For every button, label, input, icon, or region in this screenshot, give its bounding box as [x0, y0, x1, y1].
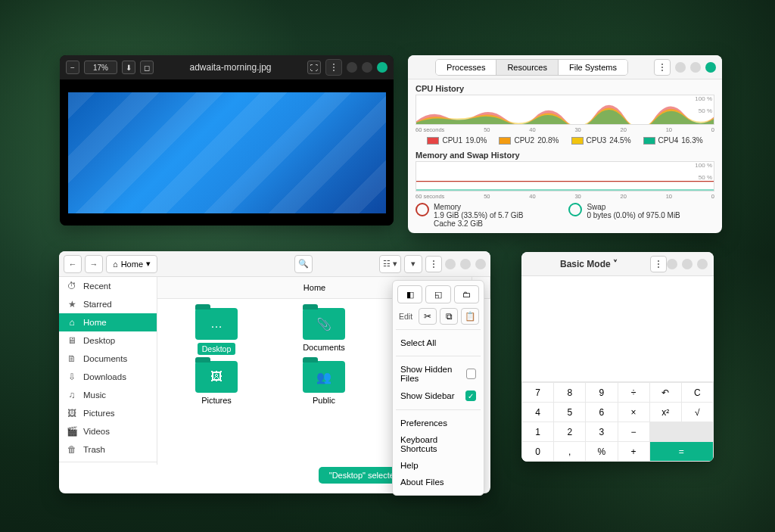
folder-item-pictures[interactable]: 🖼Pictures — [170, 361, 263, 405]
about-files-item[interactable]: About Files — [397, 474, 479, 490]
folder-item-desktop[interactable]: …Desktop — [170, 308, 263, 355]
key-C[interactable]: C — [682, 383, 713, 402]
key-↶[interactable]: ↶ — [650, 383, 681, 402]
help-item[interactable]: Help — [397, 457, 479, 474]
zoom-out-button[interactable]: − — [66, 61, 79, 74]
show-hidden-files-item[interactable]: Show Hidden Files — [397, 361, 479, 387]
key-9[interactable]: 9 — [586, 383, 617, 402]
folder-item-public[interactable]: 👥Public — [277, 361, 371, 405]
maximize-button[interactable] — [460, 259, 471, 269]
new-window-button[interactable]: ◱ — [425, 285, 450, 303]
sidebar-item-pictures[interactable]: 🖼Pictures — [59, 404, 157, 422]
forward-button[interactable]: → — [85, 255, 103, 273]
files-sidebar: ⏱Recent★Starred⌂Home🖥Desktop🗎Documents⇩D… — [59, 277, 157, 465]
sidebar-item-label: Pictures — [83, 409, 115, 418]
search-button[interactable]: 🔍 — [294, 255, 313, 273]
sidebar-item-desktop[interactable]: 🖥Desktop — [59, 331, 157, 350]
image-view-area[interactable] — [60, 79, 394, 226]
key-6[interactable]: 6 — [586, 403, 617, 422]
maximize-button[interactable] — [690, 62, 701, 73]
key-x²[interactable]: x² — [650, 403, 681, 422]
memory-label: Memory — [434, 203, 523, 211]
sidebar-item-music[interactable]: ♫Music — [59, 386, 157, 404]
preferences-item[interactable]: Preferences — [397, 415, 479, 431]
hamburger-menu-button[interactable] — [650, 256, 667, 272]
memory-history-title: Memory and Swap History — [416, 151, 714, 160]
key-√[interactable]: √ — [682, 403, 713, 422]
close-button[interactable] — [377, 62, 388, 73]
folder-icon: 👥 — [303, 361, 345, 393]
key-1[interactable]: 1 — [522, 422, 553, 441]
new-folder-button[interactable]: 🗀 — [454, 285, 479, 303]
key-4[interactable]: 4 — [522, 403, 553, 422]
hamburger-menu-button[interactable] — [654, 59, 671, 76]
tab-file-systems[interactable]: File Systems — [559, 60, 627, 75]
sidebar-item-label: Music — [83, 390, 106, 400]
zoom-in-button[interactable]: ⬇ — [122, 61, 135, 74]
copy-button[interactable]: ⧉ — [440, 308, 458, 325]
key-%[interactable]: % — [586, 442, 617, 461]
key-÷[interactable]: ÷ — [618, 383, 649, 402]
sidebar-item-videos[interactable]: 🎬Videos — [59, 422, 157, 440]
key-3[interactable]: 3 — [586, 422, 617, 441]
chart-ylabel: 50 % — [699, 174, 712, 181]
calculator-window: Basic Mode ˅ 789÷↶C456×x²√123−0,%+= — [521, 252, 714, 462]
minimize-button[interactable] — [667, 259, 677, 269]
checkbox-icon[interactable]: ✓ — [465, 390, 476, 401]
sidebar-item-home[interactable]: ⌂Home — [59, 313, 157, 331]
select-all-item[interactable]: Select All — [397, 334, 479, 351]
close-button[interactable] — [705, 62, 716, 73]
sidebar-item-icon: 🗎 — [67, 353, 77, 364]
paste-button[interactable]: 📋 — [461, 308, 479, 325]
show-sidebar-item[interactable]: Show Sidebar ✓ — [397, 387, 479, 405]
hamburger-menu-button[interactable] — [325, 59, 342, 76]
minimize-button[interactable] — [347, 62, 357, 73]
sidebar-item-recent[interactable]: ⏱Recent — [59, 277, 157, 295]
key-2[interactable]: 2 — [554, 422, 585, 441]
path-segment-home[interactable]: ⌂ Home ▾ — [106, 255, 157, 273]
view-toggle-button[interactable]: ☷ ▾ — [379, 255, 401, 273]
calculator-display[interactable] — [521, 276, 714, 382]
key-5[interactable]: 5 — [554, 403, 585, 422]
cut-button[interactable]: ✂ — [419, 308, 437, 325]
sidebar-item-icon: ★ — [67, 299, 77, 310]
sidebar-item-label: Desktop — [83, 336, 115, 345]
key-equals[interactable]: = — [650, 442, 713, 461]
minimize-button[interactable] — [675, 62, 686, 73]
key-+[interactable]: + — [618, 442, 649, 461]
zoom-fit-button[interactable]: ◻ — [140, 61, 154, 74]
key-0[interactable]: 0 — [522, 442, 553, 461]
tab-processes[interactable]: Processes — [436, 60, 496, 75]
close-button[interactable] — [475, 259, 486, 269]
new-tab-button[interactable]: ◧ — [397, 285, 422, 303]
zoom-level[interactable]: 17% — [84, 61, 117, 74]
sidebar-item-label: Documents — [83, 354, 127, 363]
sidebar-item-trash[interactable]: 🗑Trash — [59, 440, 157, 459]
sidebar-item-label: Home — [83, 318, 107, 327]
memory-history-chart: 100 % 50 % — [416, 161, 714, 191]
folder-item-documents[interactable]: 📎Documents — [277, 308, 371, 355]
maximize-button[interactable] — [682, 259, 693, 269]
maximize-button[interactable] — [362, 62, 372, 73]
close-button[interactable] — [697, 259, 708, 269]
calculator-mode-button[interactable]: Basic Mode ˅ — [528, 259, 650, 269]
minimize-button[interactable] — [445, 259, 456, 269]
checkbox-icon[interactable] — [466, 369, 476, 379]
keyboard-shortcuts-item[interactable]: Keyboard Shortcuts — [397, 431, 479, 457]
back-button[interactable]: ← — [64, 255, 82, 273]
sidebar-item-downloads[interactable]: ⇩Downloads — [59, 368, 157, 386]
key-×[interactable]: × — [618, 403, 649, 422]
sidebar-item-documents[interactable]: 🗎Documents — [59, 350, 157, 368]
key-−[interactable]: − — [618, 422, 649, 441]
hamburger-menu-button[interactable] — [425, 256, 442, 272]
key-,[interactable]: , — [554, 442, 585, 461]
key-7[interactable]: 7 — [522, 383, 553, 402]
tab-resources[interactable]: Resources — [496, 60, 559, 75]
view-options-button[interactable]: ▾ — [404, 255, 422, 273]
fullscreen-button[interactable]: ⛶ — [307, 61, 321, 74]
chart-ylabel: 100 % — [695, 162, 712, 169]
tab-label: Home — [303, 283, 325, 292]
sidebar-item-starred[interactable]: ★Starred — [59, 295, 157, 313]
swap-icon — [568, 203, 582, 216]
key-8[interactable]: 8 — [554, 383, 585, 402]
